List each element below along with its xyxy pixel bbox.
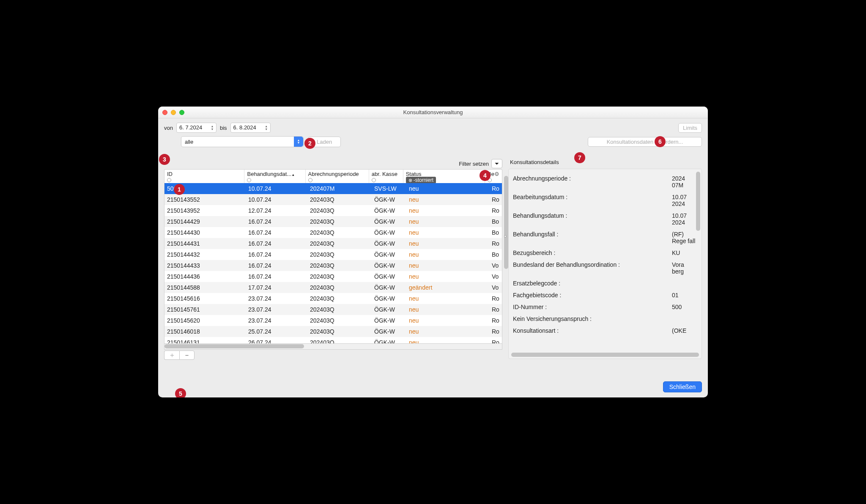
cell-be: Ro: [489, 306, 502, 313]
select-toggle-icon[interactable]: ▲▼: [294, 137, 303, 147]
add-button[interactable]: ＋: [164, 351, 179, 360]
cell: 2150145761: [164, 306, 246, 313]
cell: 17.07.24: [246, 284, 307, 291]
details-v-scroll-thumb[interactable]: [696, 172, 700, 231]
table-row[interactable]: 215014562023.07.24202403QÖGK-WneuRo: [164, 315, 502, 326]
remove-button[interactable]: －: [179, 351, 195, 360]
details-title: Konsultationsdetails: [508, 159, 702, 165]
cell: 202403Q: [307, 251, 372, 258]
cell: 25.07.24: [246, 328, 307, 335]
cell: 2150144429: [164, 218, 246, 225]
cell-be: Ro: [489, 240, 502, 247]
table-row[interactable]: 215014601825.07.24202403QÖGK-WneuRo: [164, 326, 502, 337]
detail-label: Bundesland der Behandlungsordination :: [513, 261, 672, 275]
cell: 202403Q: [307, 273, 372, 280]
cell-be: Bo: [489, 251, 502, 258]
cell: ÖGK-W: [372, 273, 406, 280]
cell-be: Ro: [489, 339, 502, 344]
table-row[interactable]: 215014443616.07.24202403QÖGK-WneuVo: [164, 271, 502, 282]
col-header-kasse[interactable]: abr. Kasse: [369, 170, 403, 183]
filter-icon: ⏷: [494, 161, 499, 167]
table-body[interactable]: 50010.07.24202407MSVS-LWneuRo21501435521…: [164, 183, 502, 344]
cell-status: neu: [406, 251, 489, 258]
status-filter-chip[interactable]: ⊗ -storniert: [406, 177, 436, 183]
detail-row: Bearbeitungsdatum :10.07 2024: [513, 191, 697, 210]
detail-label: Abrechnungsperiode :: [513, 175, 672, 189]
cell: 23.07.24: [246, 295, 307, 302]
cell: 16.07.24: [246, 240, 307, 247]
v-scroll-thumb[interactable]: [504, 176, 508, 269]
anfordern-button[interactable]: Konsultationsdaten anfordern...: [588, 137, 702, 147]
main-split: Filter setzen ⏷ ID Behandlungsdat...▴: [164, 159, 702, 360]
details-body[interactable]: Abrechnungsperiode :2024 07MBearbeitungs…: [508, 169, 702, 359]
cell: ÖGK-W: [372, 218, 406, 225]
table-row[interactable]: 50010.07.24202407MSVS-LWneuRo: [164, 183, 502, 194]
table-row[interactable]: 215014458817.07.24202403QÖGK-WgeändertVo: [164, 282, 502, 293]
cell-status: neu: [406, 339, 489, 344]
table-row[interactable]: 215014443216.07.24202403QÖGK-WneuBo: [164, 249, 502, 260]
cell: 2150143552: [164, 196, 246, 203]
cell: ÖGK-W: [372, 229, 406, 236]
details-h-scroll-thumb[interactable]: [511, 353, 699, 357]
cell-status: neu: [406, 295, 489, 302]
table-row[interactable]: 215014443016.07.24202403QÖGK-WneuBo: [164, 227, 502, 238]
status-filter-text: -storniert: [414, 177, 433, 183]
cell: 202407M: [307, 185, 372, 192]
cell: ÖGK-W: [372, 240, 406, 247]
cell: SVS-LW: [372, 185, 406, 192]
col-date-radio[interactable]: [247, 178, 251, 182]
h-scrollbar[interactable]: [164, 344, 502, 350]
table-row[interactable]: 215014355210.07.24202403QÖGK-WneuRo: [164, 194, 502, 205]
col-header-date[interactable]: Behandlungsdat...▴: [244, 170, 305, 183]
annotation-badge-1: 1: [174, 184, 185, 195]
cell: 2150144436: [164, 273, 246, 280]
table-row[interactable]: 215014443316.07.24202403QÖGK-WneuVo: [164, 260, 502, 271]
col-header-period[interactable]: Abrechnungsperiode: [306, 170, 369, 183]
filter-select[interactable]: alle ▲▼: [181, 136, 304, 147]
table-row[interactable]: 215014442916.07.24202403QÖGK-WneuBo: [164, 216, 502, 227]
table-row[interactable]: 215014443116.07.24202403QÖGK-WneuRo: [164, 238, 502, 249]
col-period-radio[interactable]: [308, 178, 312, 182]
pane-splitter[interactable]: [504, 235, 508, 239]
window-title: Konsultationsverwaltung: [158, 109, 708, 115]
cell: 202403Q: [307, 328, 372, 335]
detail-row: Bezugsbereich :KU: [513, 247, 697, 259]
von-stepper[interactable]: ▲▼: [209, 123, 215, 132]
col-header-status[interactable]: Status ⊗ -storniert: [403, 170, 485, 183]
cell: 2150146018: [164, 328, 246, 335]
cell-be: Ro: [489, 328, 502, 335]
gear-icon[interactable]: ⚙: [494, 171, 499, 183]
table-row[interactable]: 215014561623.07.24202403QÖGK-WneuRo: [164, 293, 502, 304]
cell-be: Ro: [489, 185, 502, 192]
cell-be: Bo: [489, 229, 502, 236]
table-row[interactable]: 215014613126.07.24202403QÖGK-WneuRo: [164, 337, 502, 344]
col-id-radio[interactable]: [167, 178, 171, 182]
remove-filter-icon[interactable]: ⊗: [408, 178, 412, 183]
bis-stepper[interactable]: ▲▼: [263, 123, 269, 132]
bis-date-input[interactable]: 6. 8.2024 ▲▼: [230, 123, 271, 133]
cell: 202403Q: [307, 295, 372, 302]
cell: 23.07.24: [246, 306, 307, 313]
limits-button[interactable]: Limits: [678, 123, 702, 133]
detail-row: Behandlungsdatum :10.07 2024: [513, 210, 697, 228]
col-header-id[interactable]: ID: [164, 170, 244, 183]
add-remove-controls: ＋ －: [164, 351, 502, 360]
cell-be: Bo: [489, 218, 502, 225]
filter-toggle-button[interactable]: ⏷: [491, 159, 502, 168]
cell: ÖGK-W: [372, 306, 406, 313]
h-scroll-thumb[interactable]: [164, 344, 304, 348]
cell-status: neu: [406, 207, 489, 214]
table-row[interactable]: 215014576123.07.24202403QÖGK-WneuRo: [164, 304, 502, 315]
table-row[interactable]: 215014395212.07.24202403QÖGK-WneuRo: [164, 205, 502, 216]
date-range-controls: von 6. 7.2024 ▲▼ bis 6. 8.2024 ▲▼: [164, 123, 271, 133]
close-button[interactable]: Schließen: [663, 381, 702, 392]
bis-date-value: 6. 8.2024: [233, 124, 256, 131]
cell-status: neu: [406, 240, 489, 247]
cell: ÖGK-W: [372, 196, 406, 203]
cell-be: Ro: [489, 196, 502, 203]
cell-status: neu: [406, 196, 489, 203]
annotation-badge-3: 3: [159, 154, 170, 165]
col-kasse-radio[interactable]: [372, 178, 376, 182]
cell-be: Ro: [489, 207, 502, 214]
von-date-input[interactable]: 6. 7.2024 ▲▼: [176, 123, 216, 133]
